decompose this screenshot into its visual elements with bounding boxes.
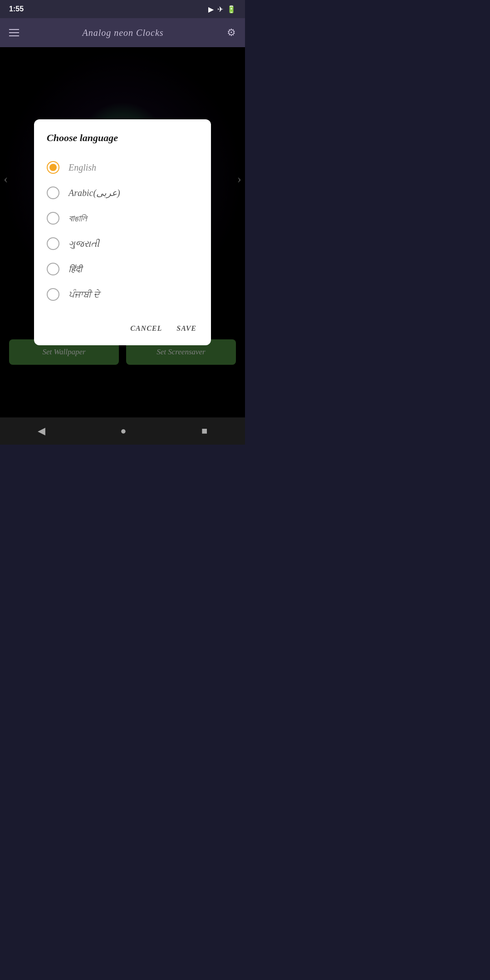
status-bar: 1:55 ▶ ✈ 🔋 [0, 0, 245, 18]
radio-arabic[interactable] [47, 186, 59, 199]
status-time: 1:55 [9, 5, 24, 13]
language-label-punjabi: ਪੰਜਾਬੀ ਦੇ [69, 289, 99, 300]
radio-punjabi[interactable] [47, 288, 59, 301]
recent-button[interactable]: ■ [201, 425, 207, 437]
status-icons: ▶ ✈ 🔋 [208, 5, 236, 14]
dialog-buttons: CANCEL SAVE [47, 316, 198, 336]
radio-gujarati[interactable] [47, 237, 59, 250]
back-button[interactable]: ◀ [38, 425, 45, 437]
cancel-button[interactable]: CANCEL [128, 321, 164, 336]
menu-button[interactable] [9, 29, 19, 36]
language-label-bengali: বাঙালি [69, 213, 87, 224]
language-option-english[interactable]: English [47, 155, 198, 180]
language-dialog: Choose language EnglishArabic(عربی)বাঙাল… [34, 119, 211, 345]
settings-button[interactable]: ⚙ [227, 27, 236, 39]
radio-inner-english [49, 164, 57, 171]
home-button[interactable]: ● [120, 425, 126, 437]
radio-bengali[interactable] [47, 212, 59, 225]
play-icon: ▶ [208, 5, 214, 14]
radio-hindi[interactable] [47, 263, 59, 275]
language-option-bengali[interactable]: বাঙালি [47, 206, 198, 231]
nav-bar: ◀ ● ■ [0, 417, 245, 445]
toolbar: Analog neon Clocks ⚙ [0, 18, 245, 47]
language-option-punjabi[interactable]: ਪੰਜਾਬੀ ਦੇ [47, 282, 198, 307]
language-label-arabic: Arabic(عربی) [69, 187, 120, 198]
airplane-icon: ✈ [217, 5, 223, 14]
language-option-hindi[interactable]: हिंदी [47, 256, 198, 282]
main-content: ‹ › Choose language EnglishArabic(عربی)ব… [0, 47, 245, 417]
language-label-english: English [69, 162, 96, 173]
language-list: EnglishArabic(عربی)বাঙালিગુજરાતીहिंदीਪੰਜ… [47, 155, 198, 307]
radio-english[interactable] [47, 161, 59, 174]
language-label-gujarati: ગુજરાતી [69, 239, 99, 249]
language-option-arabic[interactable]: Arabic(عربی) [47, 180, 198, 206]
dialog-overlay: Choose language EnglishArabic(عربی)বাঙাল… [0, 47, 245, 417]
app-title: Analog neon Clocks [82, 28, 163, 38]
save-button[interactable]: SAVE [175, 321, 198, 336]
dialog-title: Choose language [47, 132, 198, 144]
battery-icon: 🔋 [227, 5, 236, 14]
language-label-hindi: हिंदी [69, 264, 82, 274]
language-option-gujarati[interactable]: ગુજરાતી [47, 231, 198, 256]
